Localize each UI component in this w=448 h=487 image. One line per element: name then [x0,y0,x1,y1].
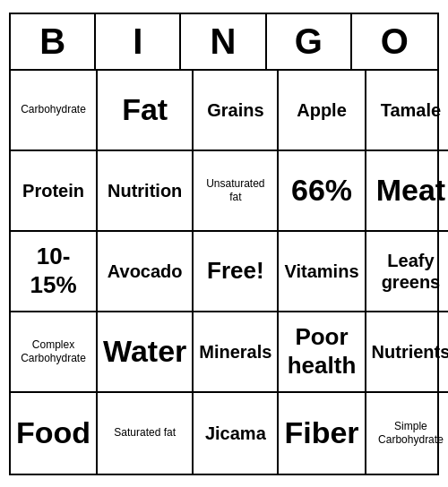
cell-text-r4-c1: Saturated fat [114,426,176,439]
header-letter-g: G [267,14,352,69]
cell-r2-c0: 10-15% [11,232,98,312]
cell-text-r2-c0: 10-15% [16,243,90,298]
cell-r1-c1: Nutrition [98,151,194,232]
cell-text-r3-c1: Water [103,333,186,370]
cell-text-r4-c4: Simple Carbohydrate [372,420,448,446]
cell-r3-c2: Minerals [194,312,279,393]
cell-text-r1-c2: Unsaturated fat [199,177,271,203]
cell-text-r4-c3: Fiber [284,414,358,451]
cell-r0-c4: Tamale [366,71,448,151]
cell-r2-c1: Avocado [98,232,194,312]
cell-r3-c3: Poor health [279,312,366,393]
cell-text-r4-c2: Jicama [205,423,266,444]
cell-text-r2-c4: Leafy greens [372,250,448,293]
header-letter-o: O [352,14,437,69]
cell-r0-c3: Apple [279,71,366,151]
cell-text-r2-c3: Vitamins [285,261,359,282]
cell-text-r2-c2: Free! [207,257,264,285]
cell-r3-c4: Nutrients [366,312,448,393]
cell-text-r1-c0: Protein [22,180,84,201]
cell-text-r3-c4: Nutrients [372,341,448,363]
cell-r2-c2: Free! [194,232,279,312]
cell-r4-c3: Fiber [279,393,366,474]
cell-text-r2-c1: Avocado [108,261,183,282]
cell-text-r1-c3: 66% [291,172,352,209]
cell-text-r0-c1: Fat [122,91,168,128]
bingo-card: BINGO CarbohydrateFatGrainsAppleTamalePr… [9,13,439,475]
cell-r3-c1: Water [98,312,194,393]
cell-text-r3-c2: Minerals [199,341,271,363]
cell-text-r0-c4: Tamale [381,99,441,121]
cell-r2-c3: Vitamins [279,232,366,312]
cell-r0-c0: Carbohydrate [11,71,98,151]
header-letter-i: I [96,14,181,69]
cell-text-r0-c3: Apple [297,99,347,121]
cell-r0-c1: Fat [98,71,194,151]
cell-r1-c3: 66% [279,151,366,232]
cell-r4-c1: Saturated fat [98,393,194,474]
header-letter-n: N [181,14,266,69]
cell-text-r1-c1: Nutrition [108,180,182,201]
cell-r0-c2: Grains [194,71,279,151]
cell-r2-c4: Leafy greens [366,232,448,312]
cell-text-r0-c2: Grains [207,99,263,121]
cell-text-r4-c0: Food [16,414,90,451]
cell-text-r3-c0: Complex Carbohydrate [16,338,90,364]
cell-r4-c4: Simple Carbohydrate [366,393,448,474]
cell-r4-c0: Food [11,393,98,474]
cell-text-r3-c3: Poor health [284,323,358,379]
cell-r1-c2: Unsaturated fat [194,151,279,232]
header-letter-b: B [11,14,96,69]
bingo-header: BINGO [11,14,437,71]
cell-r4-c2: Jicama [194,393,279,474]
cell-text-r1-c4: Meat [376,172,445,209]
cell-r3-c0: Complex Carbohydrate [11,312,98,393]
bingo-grid: CarbohydrateFatGrainsAppleTamaleProteinN… [11,71,437,474]
cell-r1-c4: Meat [366,151,448,232]
cell-text-r0-c0: Carbohydrate [21,103,86,115]
cell-r1-c0: Protein [11,151,98,232]
